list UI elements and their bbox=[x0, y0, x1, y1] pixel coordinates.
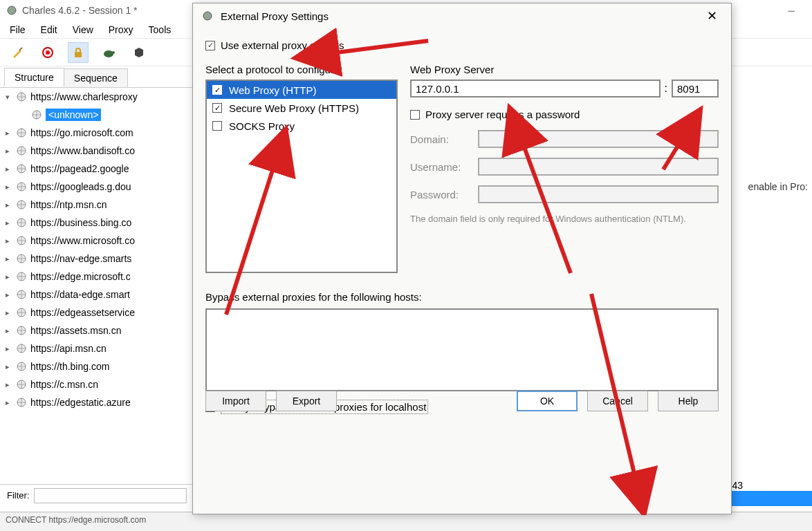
protocol-label: SOCKS Proxy bbox=[229, 120, 295, 132]
tree-item[interactable]: ▸https://www.microsoft.co bbox=[0, 232, 194, 250]
globe-icon bbox=[15, 306, 28, 319]
tree-child-item[interactable]: <unknown> bbox=[0, 106, 194, 124]
proxy-port-input[interactable] bbox=[672, 80, 719, 97]
menu-file[interactable]: File bbox=[3, 21, 33, 38]
globe-icon bbox=[15, 145, 28, 157]
protocol-label: Secure Web Proxy (HTTPS) bbox=[229, 102, 359, 114]
tree-item[interactable]: ▸https://edgeassetservice bbox=[0, 304, 194, 322]
expand-icon[interactable]: ▸ bbox=[3, 254, 12, 263]
globe-icon bbox=[15, 127, 28, 139]
broom-icon[interactable] bbox=[7, 42, 28, 63]
tree-item[interactable]: ▸https://pagead2.google bbox=[0, 160, 194, 178]
tree-item[interactable]: ▸https://www.bandisoft.co bbox=[0, 142, 194, 160]
lock-button[interactable] bbox=[68, 42, 89, 63]
menu-view[interactable]: View bbox=[66, 21, 100, 38]
app-icon bbox=[6, 4, 18, 17]
tab-structure[interactable]: Structure bbox=[4, 68, 64, 87]
import-button[interactable]: Import bbox=[205, 391, 266, 411]
tree-item-label: https://googleads.g.dou bbox=[30, 181, 131, 192]
checkbox-icon[interactable] bbox=[212, 121, 222, 131]
hexagon-icon[interactable] bbox=[129, 42, 149, 63]
tree-item-label: https://edge.microsoft.c bbox=[30, 271, 131, 282]
export-button[interactable]: Export bbox=[276, 391, 337, 411]
tree-item[interactable]: ▸https://business.bing.co bbox=[0, 214, 194, 232]
use-external-checkbox-row[interactable]: ✓ Use external proxy servers bbox=[205, 39, 719, 51]
tree-item[interactable]: ▸https://edge.microsoft.c bbox=[0, 268, 194, 286]
tree-item[interactable]: ▸https://api.msn.cn bbox=[0, 339, 194, 357]
expand-icon[interactable]: ▸ bbox=[3, 201, 12, 209]
tree-item-label: <unknown> bbox=[46, 109, 101, 121]
expand-icon[interactable]: ▸ bbox=[3, 236, 12, 245]
tree-item[interactable]: ▾https://www.charlesproxy bbox=[0, 88, 194, 106]
tree-item[interactable]: ▸https://assets.msn.cn bbox=[0, 322, 194, 339]
tree-item-label: https://api.msn.cn bbox=[30, 343, 107, 354]
checkbox-icon[interactable]: ✓ bbox=[212, 85, 222, 95]
tree-item[interactable]: ▸https://go.microsoft.com bbox=[0, 124, 194, 142]
protocol-item[interactable]: SOCKS Proxy bbox=[207, 117, 396, 135]
protocol-label: Web Proxy (HTTP) bbox=[229, 84, 316, 96]
protocol-item[interactable]: ✓Secure Web Proxy (HTTPS) bbox=[207, 99, 396, 117]
help-button[interactable]: Help bbox=[658, 391, 719, 411]
expand-icon[interactable]: ▸ bbox=[3, 147, 12, 156]
window-title: Charles 4.6.2 - Session 1 * bbox=[22, 5, 138, 16]
close-icon[interactable]: ✕ bbox=[701, 8, 723, 24]
tree-item-label: https://nav-edge.smarts bbox=[30, 253, 131, 264]
expand-icon[interactable]: ▸ bbox=[3, 129, 12, 138]
globe-icon bbox=[15, 180, 28, 193]
minimize-button[interactable]: ─ bbox=[776, 1, 806, 20]
tree-item[interactable]: ▸https://th.bing.com bbox=[0, 357, 194, 375]
tree-item-label: https://assets.msn.cn bbox=[30, 325, 122, 336]
tree-item[interactable]: ▸https://nav-edge.smarts bbox=[0, 250, 194, 268]
bypass-hosts-list[interactable] bbox=[205, 308, 719, 391]
svg-point-0 bbox=[8, 6, 16, 15]
tree-item-label: https://data-edge.smart bbox=[30, 289, 130, 300]
menu-edit[interactable]: Edit bbox=[34, 21, 64, 38]
record-button[interactable] bbox=[37, 42, 58, 63]
protocol-list[interactable]: ✓Web Proxy (HTTP)✓Secure Web Proxy (HTTP… bbox=[205, 80, 398, 273]
filter-row: Filter: bbox=[0, 484, 194, 506]
expand-icon[interactable]: ▸ bbox=[3, 308, 12, 317]
tab-sequence[interactable]: Sequence bbox=[64, 68, 128, 87]
expand-icon[interactable]: ▸ bbox=[3, 380, 12, 389]
auth-required-checkbox[interactable]: Proxy server requires a password bbox=[410, 109, 719, 120]
expand-icon[interactable]: ▸ bbox=[3, 183, 12, 192]
username-label: Username: bbox=[410, 161, 471, 173]
expand-icon[interactable]: ▾ bbox=[3, 93, 12, 102]
side-text: enable in Pro: bbox=[748, 181, 808, 192]
globe-icon bbox=[15, 234, 28, 247]
expand-icon[interactable]: ▸ bbox=[3, 362, 12, 371]
expand-icon[interactable]: ▸ bbox=[3, 398, 12, 407]
expand-icon[interactable]: ▸ bbox=[3, 290, 12, 299]
status-bar: CONNECT https://edge.microsoft.com bbox=[0, 512, 812, 531]
menu-tools[interactable]: Tools bbox=[142, 21, 178, 38]
filter-input[interactable] bbox=[34, 488, 187, 503]
protocol-item[interactable]: ✓Web Proxy (HTTP) bbox=[207, 81, 396, 99]
selection-strip bbox=[729, 491, 812, 506]
tree-item[interactable]: ▸https://data-edge.smart bbox=[0, 286, 194, 304]
tree-item-label: https://c.msn.cn bbox=[30, 379, 98, 390]
tree-item[interactable]: ▸https://googleads.g.dou bbox=[0, 178, 194, 196]
cancel-button[interactable]: Cancel bbox=[587, 391, 648, 411]
checkbox-icon[interactable]: ✓ bbox=[205, 41, 215, 50]
expand-icon[interactable]: ▸ bbox=[3, 272, 12, 281]
tree-item[interactable]: ▸https://c.msn.cn bbox=[0, 375, 194, 393]
select-protocol-label: Select a protocol to configure: bbox=[205, 64, 398, 75]
host-tree[interactable]: ▾https://www.charlesproxy<unknown>▸https… bbox=[0, 87, 194, 460]
globe-icon bbox=[15, 162, 28, 175]
checkbox-icon[interactable]: ✓ bbox=[212, 103, 222, 113]
tree-item[interactable]: ▸https://ntp.msn.cn bbox=[0, 196, 194, 214]
ok-button[interactable]: OK bbox=[517, 391, 578, 411]
checkbox-icon[interactable] bbox=[410, 110, 420, 120]
dialog-title: External Proxy Settings bbox=[221, 10, 329, 22]
turtle-icon[interactable] bbox=[98, 42, 119, 63]
globe-icon bbox=[15, 360, 28, 373]
expand-icon[interactable]: ▸ bbox=[3, 165, 12, 174]
menu-proxy[interactable]: Proxy bbox=[102, 21, 140, 38]
proxy-host-input[interactable] bbox=[410, 80, 661, 97]
expand-icon[interactable]: ▸ bbox=[3, 218, 12, 227]
host-port-colon: : bbox=[665, 82, 667, 95]
expand-icon[interactable]: ▸ bbox=[3, 326, 12, 335]
expand-icon[interactable]: ▸ bbox=[3, 344, 12, 353]
tree-item[interactable]: ▸https://edgestatic.azure bbox=[0, 393, 194, 411]
svg-point-3 bbox=[104, 50, 113, 57]
